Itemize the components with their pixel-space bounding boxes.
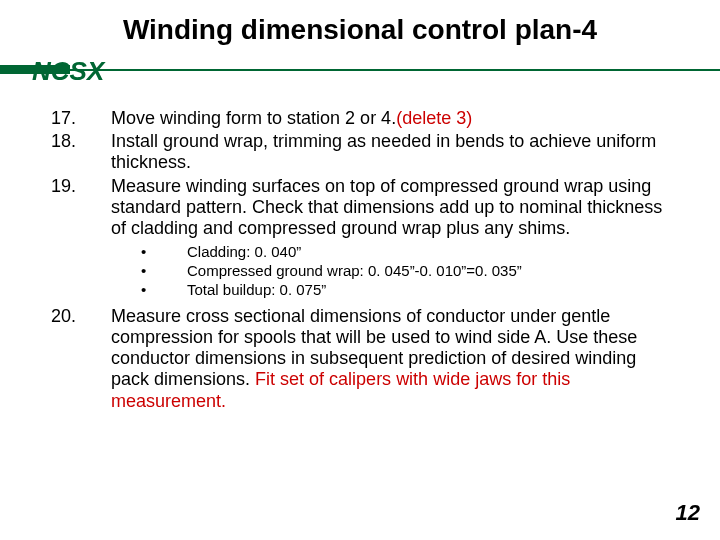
item-text: Move winding form to station 2 or 4. [111, 108, 396, 128]
bullet-icon: • [141, 281, 187, 300]
item-text: Measure winding surfaces on top of compr… [111, 176, 662, 238]
item-number: 17. [51, 108, 111, 129]
sub-text: Cladding: 0. 040” [187, 243, 663, 262]
sub-text: Compressed ground wrap: 0. 045”-0. 010”=… [187, 262, 663, 281]
item-number: 19. [51, 176, 111, 240]
sub-list: • Cladding: 0. 040” • Compressed ground … [141, 243, 663, 299]
item-body: Install ground wrap, trimming as needed … [111, 131, 663, 173]
list-item: 17. Move winding form to station 2 or 4.… [51, 108, 663, 129]
sub-item: • Total buildup: 0. 075” [141, 281, 663, 300]
bullet-icon: • [141, 243, 187, 262]
item-number: 18. [51, 131, 111, 173]
page-number: 12 [676, 500, 700, 526]
item-body: Move winding form to station 2 or 4.(del… [111, 108, 663, 129]
list-item: 18. Install ground wrap, trimming as nee… [51, 131, 663, 173]
slide: Winding dimensional control plan-4 NCSX … [0, 0, 720, 540]
item-edit: (delete 3) [396, 108, 472, 128]
item-body: Measure cross sectional dimensions of co… [111, 306, 663, 412]
item-body: Measure winding surfaces on top of compr… [111, 176, 663, 240]
list-item: 20. Measure cross sectional dimensions o… [51, 306, 663, 412]
logo-text: NCSX [32, 56, 104, 87]
bullet-icon: • [141, 262, 187, 281]
sub-item: • Compressed ground wrap: 0. 045”-0. 010… [141, 262, 663, 281]
list-item: 19. Measure winding surfaces on top of c… [51, 176, 663, 240]
slide-title: Winding dimensional control plan-4 [0, 14, 720, 46]
item-number: 20. [51, 306, 111, 412]
body-content: 17. Move winding form to station 2 or 4.… [51, 108, 663, 414]
sub-text: Total buildup: 0. 075” [187, 281, 663, 300]
rule-line [0, 69, 720, 71]
item-text: Install ground wrap, trimming as needed … [111, 131, 656, 172]
sub-item: • Cladding: 0. 040” [141, 243, 663, 262]
